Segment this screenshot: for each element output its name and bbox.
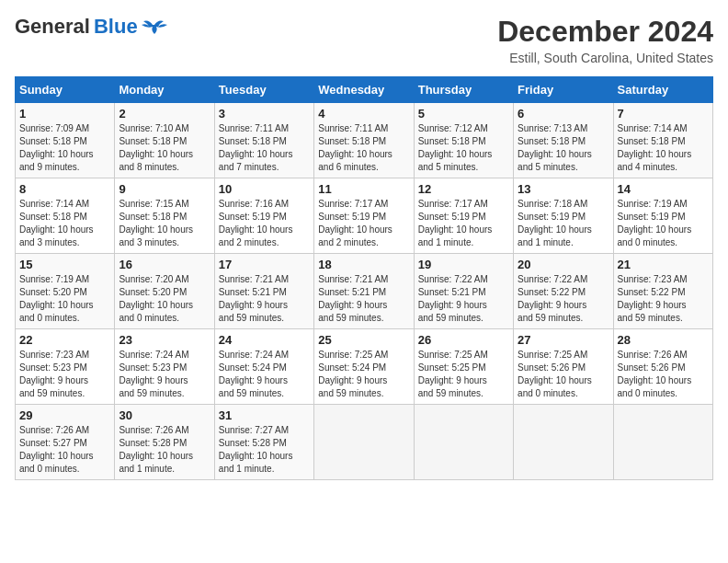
table-row: 27Sunrise: 7:25 AM Sunset: 5:26 PM Dayli…	[514, 329, 613, 405]
table-row: 22Sunrise: 7:23 AM Sunset: 5:23 PM Dayli…	[16, 329, 115, 405]
day-number: 26	[418, 333, 509, 347]
day-number: 24	[219, 333, 310, 347]
day-number: 14	[618, 182, 709, 196]
day-info: Sunrise: 7:19 AM Sunset: 5:20 PM Dayligh…	[19, 273, 110, 325]
logo-general-text: General	[15, 15, 90, 39]
calendar-subtitle: Estill, South Carolina, United States	[497, 51, 713, 65]
table-row: 29Sunrise: 7:26 AM Sunset: 5:27 PM Dayli…	[16, 405, 115, 480]
day-info: Sunrise: 7:26 AM Sunset: 5:27 PM Dayligh…	[19, 424, 110, 476]
table-row: 21Sunrise: 7:23 AM Sunset: 5:22 PM Dayli…	[613, 254, 712, 329]
day-info: Sunrise: 7:25 AM Sunset: 5:26 PM Dayligh…	[518, 349, 609, 400]
calendar-table: SundayMondayTuesdayWednesdayThursdayFrid…	[15, 76, 713, 480]
day-number: 9	[119, 182, 210, 196]
calendar-week-2: 8Sunrise: 7:14 AM Sunset: 5:18 PM Daylig…	[16, 178, 713, 254]
day-info: Sunrise: 7:26 AM Sunset: 5:26 PM Dayligh…	[618, 349, 709, 400]
table-row: 9Sunrise: 7:15 AM Sunset: 5:18 PM Daylig…	[115, 178, 214, 254]
table-row: 6Sunrise: 7:13 AM Sunset: 5:18 PM Daylig…	[514, 103, 613, 178]
day-info: Sunrise: 7:18 AM Sunset: 5:19 PM Dayligh…	[518, 198, 609, 249]
table-row: 31Sunrise: 7:27 AM Sunset: 5:28 PM Dayli…	[214, 405, 313, 480]
day-number: 2	[119, 107, 210, 121]
day-number: 13	[518, 182, 609, 196]
table-row: 30Sunrise: 7:26 AM Sunset: 5:28 PM Dayli…	[115, 405, 214, 480]
day-header-wednesday: Wednesday	[314, 77, 414, 103]
day-info: Sunrise: 7:14 AM Sunset: 5:18 PM Dayligh…	[618, 122, 709, 174]
day-header-thursday: Thursday	[414, 77, 513, 103]
table-row: 11Sunrise: 7:17 AM Sunset: 5:19 PM Dayli…	[314, 178, 414, 254]
day-info: Sunrise: 7:12 AM Sunset: 5:18 PM Dayligh…	[418, 122, 509, 174]
day-info: Sunrise: 7:26 AM Sunset: 5:28 PM Dayligh…	[119, 424, 210, 476]
table-row: 20Sunrise: 7:22 AM Sunset: 5:22 PM Dayli…	[514, 254, 613, 329]
table-row: 15Sunrise: 7:19 AM Sunset: 5:20 PM Dayli…	[16, 254, 115, 329]
table-row: 18Sunrise: 7:21 AM Sunset: 5:21 PM Dayli…	[314, 254, 414, 329]
logo-bird-icon	[142, 17, 167, 36]
calendar-week-1: 1Sunrise: 7:09 AM Sunset: 5:18 PM Daylig…	[16, 103, 713, 178]
day-info: Sunrise: 7:25 AM Sunset: 5:25 PM Dayligh…	[418, 349, 509, 400]
table-row: 10Sunrise: 7:16 AM Sunset: 5:19 PM Dayli…	[214, 178, 313, 254]
day-number: 4	[318, 107, 409, 121]
day-info: Sunrise: 7:13 AM Sunset: 5:18 PM Dayligh…	[518, 122, 609, 174]
day-header-monday: Monday	[115, 77, 214, 103]
day-number: 19	[418, 258, 509, 271]
day-number: 17	[219, 258, 310, 271]
day-info: Sunrise: 7:22 AM Sunset: 5:21 PM Dayligh…	[418, 273, 509, 325]
day-number: 15	[19, 258, 110, 271]
day-info: Sunrise: 7:24 AM Sunset: 5:23 PM Dayligh…	[119, 349, 210, 400]
day-number: 21	[618, 258, 709, 271]
table-row: 8Sunrise: 7:14 AM Sunset: 5:18 PM Daylig…	[16, 178, 115, 254]
table-row: 1Sunrise: 7:09 AM Sunset: 5:18 PM Daylig…	[16, 103, 115, 178]
day-number: 30	[119, 408, 210, 422]
day-number: 12	[418, 182, 509, 196]
table-row: 28Sunrise: 7:26 AM Sunset: 5:26 PM Dayli…	[613, 329, 712, 405]
day-info: Sunrise: 7:11 AM Sunset: 5:18 PM Dayligh…	[219, 122, 310, 174]
day-info: Sunrise: 7:21 AM Sunset: 5:21 PM Dayligh…	[318, 273, 409, 325]
logo: General Blue	[15, 15, 167, 39]
table-row: 13Sunrise: 7:18 AM Sunset: 5:19 PM Dayli…	[514, 178, 613, 254]
days-header-row: SundayMondayTuesdayWednesdayThursdayFrid…	[16, 77, 713, 103]
day-info: Sunrise: 7:16 AM Sunset: 5:19 PM Dayligh…	[219, 198, 310, 249]
day-info: Sunrise: 7:19 AM Sunset: 5:19 PM Dayligh…	[618, 198, 709, 249]
table-row	[514, 405, 613, 480]
day-info: Sunrise: 7:27 AM Sunset: 5:28 PM Dayligh…	[219, 424, 310, 476]
day-info: Sunrise: 7:21 AM Sunset: 5:21 PM Dayligh…	[219, 273, 310, 325]
calendar-week-4: 22Sunrise: 7:23 AM Sunset: 5:23 PM Dayli…	[16, 329, 713, 405]
day-info: Sunrise: 7:17 AM Sunset: 5:19 PM Dayligh…	[318, 198, 409, 249]
day-number: 28	[618, 333, 709, 347]
table-row: 19Sunrise: 7:22 AM Sunset: 5:21 PM Dayli…	[414, 254, 513, 329]
table-row: 23Sunrise: 7:24 AM Sunset: 5:23 PM Dayli…	[115, 329, 214, 405]
table-row: 5Sunrise: 7:12 AM Sunset: 5:18 PM Daylig…	[414, 103, 513, 178]
day-number: 16	[119, 258, 210, 271]
day-info: Sunrise: 7:24 AM Sunset: 5:24 PM Dayligh…	[219, 349, 310, 400]
table-row: 24Sunrise: 7:24 AM Sunset: 5:24 PM Dayli…	[214, 329, 313, 405]
table-row: 4Sunrise: 7:11 AM Sunset: 5:18 PM Daylig…	[314, 103, 414, 178]
table-row: 7Sunrise: 7:14 AM Sunset: 5:18 PM Daylig…	[613, 103, 712, 178]
table-row	[414, 405, 513, 480]
day-number: 25	[318, 333, 409, 347]
day-header-tuesday: Tuesday	[214, 77, 313, 103]
table-row: 12Sunrise: 7:17 AM Sunset: 5:19 PM Dayli…	[414, 178, 513, 254]
day-number: 27	[518, 333, 609, 347]
day-info: Sunrise: 7:11 AM Sunset: 5:18 PM Dayligh…	[318, 122, 409, 174]
day-info: Sunrise: 7:17 AM Sunset: 5:19 PM Dayligh…	[418, 198, 509, 249]
day-number: 11	[318, 182, 409, 196]
day-header-friday: Friday	[514, 77, 613, 103]
day-header-saturday: Saturday	[613, 77, 712, 103]
table-row: 26Sunrise: 7:25 AM Sunset: 5:25 PM Dayli…	[414, 329, 513, 405]
table-row	[314, 405, 414, 480]
calendar-week-5: 29Sunrise: 7:26 AM Sunset: 5:27 PM Dayli…	[16, 405, 713, 480]
table-row: 2Sunrise: 7:10 AM Sunset: 5:18 PM Daylig…	[115, 103, 214, 178]
calendar-title: December 2024	[497, 15, 713, 49]
day-number: 7	[618, 107, 709, 121]
table-row: 16Sunrise: 7:20 AM Sunset: 5:20 PM Dayli…	[115, 254, 214, 329]
table-row: 3Sunrise: 7:11 AM Sunset: 5:18 PM Daylig…	[214, 103, 313, 178]
day-info: Sunrise: 7:22 AM Sunset: 5:22 PM Dayligh…	[518, 273, 609, 325]
day-number: 1	[19, 107, 110, 121]
day-number: 22	[19, 333, 110, 347]
day-number: 18	[318, 258, 409, 271]
day-info: Sunrise: 7:25 AM Sunset: 5:24 PM Dayligh…	[318, 349, 409, 400]
day-info: Sunrise: 7:20 AM Sunset: 5:20 PM Dayligh…	[119, 273, 210, 325]
table-row: 17Sunrise: 7:21 AM Sunset: 5:21 PM Dayli…	[214, 254, 313, 329]
title-area: December 2024 Estill, South Carolina, Un…	[497, 15, 713, 65]
table-row	[613, 405, 712, 480]
day-info: Sunrise: 7:23 AM Sunset: 5:22 PM Dayligh…	[618, 273, 709, 325]
day-number: 3	[219, 107, 310, 121]
